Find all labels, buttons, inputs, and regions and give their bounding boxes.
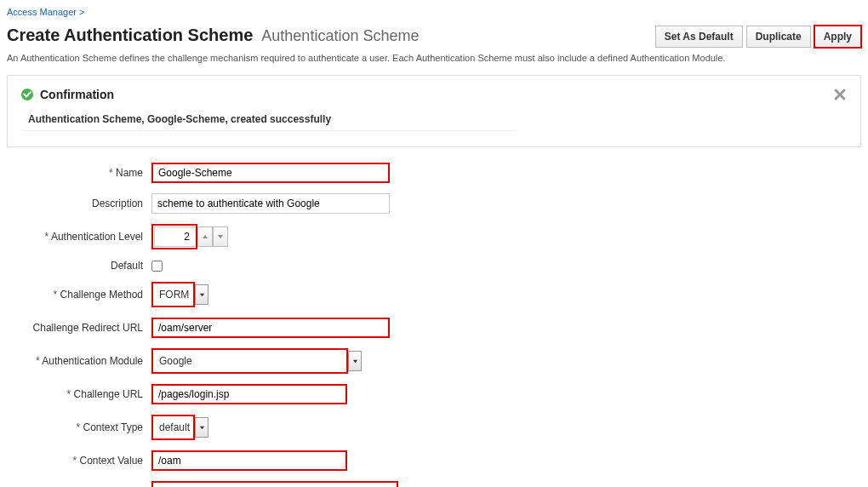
challenge-method-label: Challenge Method [60,289,143,301]
default-checkbox[interactable] [151,261,163,272]
name-label: Name [116,167,143,179]
set-as-default-button[interactable]: Set As Default [655,26,743,48]
button-row: Set As Default Duplicate Apply [655,26,861,48]
breadcrumb: Access Manager > [7,7,861,17]
challenge-url-label: Challenge URL [74,388,143,400]
breadcrumb-link[interactable]: Access Manager [7,7,77,17]
page-description: An Authentication Scheme defines the cha… [7,53,861,63]
confirmation-panel: Confirmation Authentication Scheme, Goog… [7,75,861,147]
context-type-select[interactable]: default [154,417,192,438]
close-icon[interactable] [831,86,848,103]
auth-module-select[interactable]: Google [154,351,345,371]
challenge-method-select[interactable]: FORM [154,284,192,305]
apply-button[interactable]: Apply [814,26,861,48]
check-icon [21,89,33,100]
challenge-url-input[interactable] [151,384,347,404]
confirmation-title: Confirmation [40,88,114,101]
default-label: Default [111,260,143,272]
chevron-down-icon[interactable] [195,417,208,438]
confirmation-message: Authentication Scheme, Google-Scheme, cr… [21,113,517,131]
page-title: Create Authentication Scheme [7,26,253,45]
context-value-input[interactable] [151,450,347,471]
chevron-down-icon[interactable] [195,284,208,305]
context-value-label: Context Value [80,455,144,467]
stepper-up-icon[interactable] [197,226,213,247]
auth-level-label: Authentication Level [51,231,143,243]
challenge-redirect-url-input[interactable] [151,318,390,338]
description-input[interactable] [151,193,390,214]
duplicate-button[interactable]: Duplicate [746,26,811,48]
description-label: Description [92,198,143,209]
form: * Name Description * Authentication Leve… [7,163,861,487]
stepper-down-icon[interactable] [213,226,228,247]
page-subtitle: Authentication Scheme [261,27,419,45]
chevron-down-icon[interactable] [348,351,362,371]
challenge-redirect-url-label: Challenge Redirect URL [33,322,143,334]
name-input[interactable] [151,163,390,183]
breadcrumb-sep: > [79,7,84,17]
auth-module-label: Authentication Module [42,355,143,367]
header: Create Authentication Scheme Authenticat… [7,26,861,48]
challenge-params-input[interactable] [151,481,398,487]
context-type-label: Context Type [83,421,144,433]
auth-level-input[interactable] [154,226,195,247]
